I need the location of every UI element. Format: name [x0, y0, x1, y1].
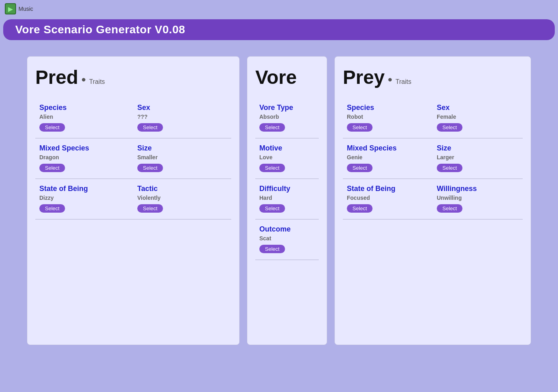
music-button[interactable]: ▶ Music [5, 3, 33, 14]
pred-dot: • [81, 72, 86, 87]
pred-sex-select[interactable]: Select [137, 123, 163, 132]
prey-mixed-species-label: Mixed Species [347, 144, 429, 152]
prey-mixed-species-select[interactable]: Select [347, 164, 373, 172]
pred-mixed-species-select[interactable]: Select [39, 164, 65, 172]
vore-motive-field: Motive Love Select [255, 138, 319, 179]
music-icon: ▶ [5, 3, 16, 14]
pred-title: Pred [35, 66, 78, 88]
pred-panel: Pred • Traits Species Alien Select Sex ?… [27, 56, 240, 345]
vore-type-field: Vore Type Absorb Select [255, 98, 319, 138]
prey-header: Prey • Traits [343, 66, 523, 88]
pred-mixed-species-field: Mixed Species Dragon Select [35, 138, 133, 179]
vore-difficulty-select[interactable]: Select [259, 204, 285, 213]
pred-fields-grid: Species Alien Select Sex ??? Select Mixe… [35, 98, 231, 219]
pred-state-value: Dizzy [39, 195, 129, 201]
prey-willingness-value: Unwilling [437, 195, 519, 201]
pred-sex-field: Sex ??? Select [133, 98, 231, 138]
prey-willingness-field: Willingness Unwilling Select [433, 179, 523, 219]
prey-mixed-species-field: Mixed Species Genie Select [343, 138, 433, 179]
prey-sex-value: Female [437, 114, 519, 120]
vore-outcome-label: Outcome [259, 225, 315, 234]
pred-sex-value: ??? [137, 114, 227, 120]
pred-sex-label: Sex [137, 104, 227, 112]
top-bar: ▶ Music [0, 0, 558, 18]
pred-size-select[interactable]: Select [137, 164, 163, 172]
vore-type-label: Vore Type [259, 104, 315, 112]
vore-difficulty-value: Hard [259, 195, 315, 201]
prey-species-select[interactable]: Select [347, 123, 373, 132]
prey-size-value: Larger [437, 154, 519, 160]
vore-outcome-select[interactable]: Select [259, 245, 285, 253]
title-bar: Vore Scenario Generator V0.08 [3, 19, 555, 40]
pred-tactic-value: Violently [137, 195, 227, 201]
prey-state-label: State of Being [347, 185, 429, 193]
vore-type-value: Absorb [259, 114, 315, 120]
prey-species-field: Species Robot Select [343, 98, 433, 138]
vore-outcome-field: Outcome Scat Select [255, 219, 319, 260]
prey-sex-select[interactable]: Select [437, 123, 462, 132]
pred-state-field: State of Being Dizzy Select [35, 179, 133, 219]
prey-panel: Prey • Traits Species Robot Select Sex F… [334, 56, 531, 345]
pred-size-field: Size Smaller Select [133, 138, 231, 179]
prey-state-value: Focused [347, 195, 429, 201]
pred-subtitle: Traits [89, 78, 105, 85]
pred-state-select[interactable]: Select [39, 204, 65, 213]
vore-motive-select[interactable]: Select [259, 164, 285, 172]
vore-title: Vore [255, 66, 297, 88]
prey-willingness-select[interactable]: Select [437, 204, 462, 213]
pred-tactic-label: Tactic [137, 185, 227, 193]
pred-size-value: Smaller [137, 154, 227, 160]
vore-difficulty-field: Difficulty Hard Select [255, 179, 319, 219]
prey-subtitle: Traits [395, 78, 411, 85]
prey-species-value: Robot [347, 114, 429, 120]
main-content: Pred • Traits Species Alien Select Sex ?… [0, 40, 558, 353]
music-label: Music [18, 6, 33, 12]
vore-panel: Vore Vore Type Absorb Select Motive Love… [247, 56, 327, 345]
pred-species-value: Alien [39, 114, 129, 120]
prey-fields-grid: Species Robot Select Sex Female Select M… [343, 98, 523, 219]
prey-sex-field: Sex Female Select [433, 98, 523, 138]
prey-willingness-label: Willingness [437, 185, 519, 193]
vore-type-select[interactable]: Select [259, 123, 285, 132]
vore-fields-list: Vore Type Absorb Select Motive Love Sele… [255, 98, 319, 260]
pred-header: Pred • Traits [35, 66, 231, 88]
pred-tactic-field: Tactic Violently Select [133, 179, 231, 219]
prey-state-field: State of Being Focused Select [343, 179, 433, 219]
prey-title: Prey [343, 66, 385, 88]
vore-motive-value: Love [259, 154, 315, 160]
pred-species-select[interactable]: Select [39, 123, 65, 132]
app-title: Vore Scenario Generator V0.08 [15, 23, 185, 36]
prey-dot: • [388, 72, 392, 87]
vore-header: Vore [255, 66, 319, 88]
pred-species-field: Species Alien Select [35, 98, 133, 138]
pred-species-label: Species [39, 104, 129, 112]
pred-mixed-species-label: Mixed Species [39, 144, 129, 152]
pred-mixed-species-value: Dragon [39, 154, 129, 160]
prey-size-field: Size Larger Select [433, 138, 523, 179]
prey-species-label: Species [347, 104, 429, 112]
pred-state-label: State of Being [39, 185, 129, 193]
prey-state-select[interactable]: Select [347, 204, 373, 213]
prey-mixed-species-value: Genie [347, 154, 429, 160]
vore-outcome-value: Scat [259, 235, 315, 242]
vore-motive-label: Motive [259, 144, 315, 152]
prey-size-label: Size [437, 144, 519, 152]
prey-sex-label: Sex [437, 104, 519, 112]
vore-difficulty-label: Difficulty [259, 185, 315, 193]
pred-size-label: Size [137, 144, 227, 152]
prey-size-select[interactable]: Select [437, 164, 462, 172]
pred-tactic-select[interactable]: Select [137, 204, 163, 213]
